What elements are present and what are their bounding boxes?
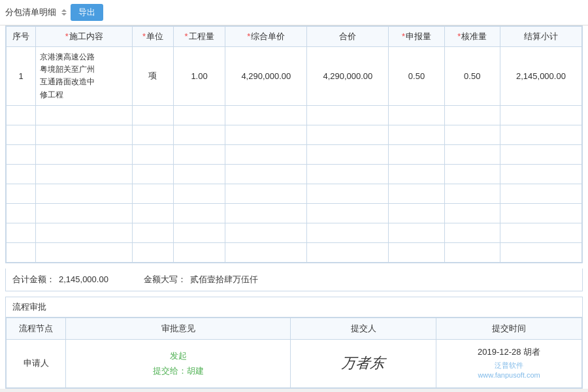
empty-row [7,164,582,184]
cell-approved: 0.50 [444,47,500,106]
daxie-value: 贰佰壹拾肆万伍仟 [190,274,576,286]
toolbar: 分包清单明细 导出 [0,0,588,25]
cell-unit-price: 4,290,000.00 [225,47,307,106]
export-button[interactable]: 导出 [71,4,103,21]
total-label: 合计金额： [12,274,55,286]
approval-node-cell: 申请人 [7,339,66,387]
table-header-row: 序号 *施工内容 *单位 *工程量 *综合单价 合价 *申报量 *核准量 结算小… [7,27,582,47]
watermark-logo: 泛普软件 www.fanpusoft.com [478,361,540,381]
empty-row [7,144,582,164]
opinion-link-2: 提交给：胡建 [71,363,285,378]
cell-quantity: 1.00 [173,47,225,106]
approval-header-row: 流程节点 审批意见 提交人 提交时间 [7,318,582,339]
main-table: 序号 *施工内容 *单位 *工程量 *综合单价 合价 *申报量 *核准量 结算小… [6,26,582,263]
sort-button[interactable] [61,8,67,16]
col-quantity: *工程量 [173,27,225,47]
col-total: 合价 [307,27,389,47]
approval-col-time: 提交时间 [436,318,582,339]
main-table-section: 序号 *施工内容 *单位 *工程量 *综合单价 合价 *申报量 *核准量 结算小… [5,25,583,263]
empty-row [7,184,582,203]
submit-time-text: 2019-12-28 胡者 [478,346,540,358]
approval-time-cell: 2019-12-28 胡者 泛普软件 www.fanpusoft.com [436,339,582,387]
approval-opinion-cell: 发起 提交给：胡建 [66,339,291,387]
cell-declared: 0.50 [389,47,444,106]
cell-seq: 1 [7,47,36,106]
col-approved: *核准量 [444,27,500,47]
daxie-label: 金额大写： [144,274,186,286]
cell-total: 4,290,000.00 [307,47,389,106]
col-seq: 序号 [7,27,36,47]
toolbar-title: 分包清单明细 [5,7,56,18]
col-content: *施工内容 [36,27,133,47]
approval-col-node: 流程节点 [7,318,66,339]
watermark-line2: www.fanpusoft.com [478,370,540,380]
opinion-link-1: 发起 [71,348,285,363]
empty-row [7,242,582,262]
approval-col-opinion: 审批意见 [66,318,291,339]
approval-table: 流程节点 审批意见 提交人 提交时间 申请人 发起 提交给：胡建 万者东 [6,318,582,388]
signature-area: 万者东 [296,353,431,373]
approval-col-submitter: 提交人 [291,318,436,339]
summary-row: 合计金额： 2,145,000.00 金额大写： 贰佰壹拾肆万伍仟 [5,269,583,291]
col-unit-price: *综合单价 [225,27,307,47]
empty-row [7,223,582,242]
cell-subtotal: 2,145,000.00 [500,47,581,106]
approval-section: 流程审批 流程节点 审批意见 提交人 提交时间 申请人 发起 提交给：胡建 [5,297,583,389]
empty-row [7,125,582,144]
cell-content: 京港澳高速公路粤境韶关至广州互通路面改造中修工程 [36,47,133,106]
total-value: 2,145,000.00 [59,274,124,284]
approval-signature-cell: 万者东 [291,339,436,387]
approval-row: 申请人 发起 提交给：胡建 万者东 2019-12-28 胡者 [7,339,582,387]
col-declared: *申报量 [389,27,444,47]
main-container: 分包清单明细 导出 序号 *施工内容 *单位 *工程量 *综合单价 合价 *申报… [0,0,588,389]
empty-row [7,105,582,125]
col-subtotal: 结算小计 [500,27,581,47]
table-row: 1 京港澳高速公路粤境韶关至广州互通路面改造中修工程 项 1.00 4,290,… [7,47,582,106]
col-unit: *单位 [133,27,174,47]
approval-title: 流程审批 [6,297,582,318]
cell-unit: 项 [133,47,174,106]
empty-row [7,203,582,223]
signature: 万者东 [341,353,386,373]
watermark-line1: 泛普软件 [478,361,540,370]
